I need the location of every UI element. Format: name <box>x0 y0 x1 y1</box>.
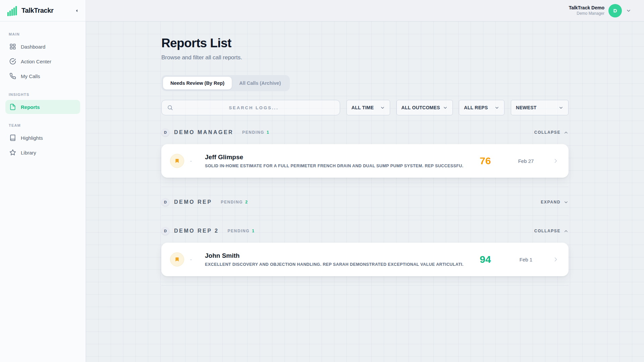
user-name: TalkTrack Demo <box>569 5 604 11</box>
call-date: Feb 1 <box>501 257 551 262</box>
nav-section-main: MAIN Dashboard Action Center My Calls <box>5 32 80 83</box>
phone-icon <box>9 73 16 79</box>
pending-label: PENDING <box>221 200 243 204</box>
chevron-right-icon <box>552 256 559 263</box>
call-info: Jeff Glimpse SOLID IN-HOME ESTIMATE FOR … <box>205 154 470 168</box>
pending-count-badge: 2 <box>245 200 248 204</box>
rep-group-demo-rep-2: D DEMO REP 2 PENDING 1 COLLAPSE - John S… <box>161 227 569 286</box>
call-score: 94 <box>470 254 501 265</box>
pending-count-badge: 1 <box>252 229 254 233</box>
chevron-up-icon <box>564 130 569 135</box>
sidebar-item-label: Action Center <box>21 59 51 64</box>
dropdown-label: ALL REPS <box>464 105 488 110</box>
sidebar-item-label: Library <box>21 150 36 156</box>
rep-avatar: D <box>161 227 169 235</box>
tab-needs-review-by-rep[interactable]: Needs Review (By Rep) <box>163 77 232 89</box>
bookmark-icon <box>170 252 184 266</box>
pending-count-badge: 1 <box>267 130 269 135</box>
sidebar-item-highlights[interactable]: Highlights <box>5 131 80 145</box>
call-dash: - <box>190 158 205 164</box>
sidebar-item-label: My Calls <box>21 73 40 79</box>
nav-section-label: MAIN <box>9 32 77 36</box>
call-score: 76 <box>470 155 501 167</box>
bookmark-icon <box>170 154 184 168</box>
sidebar-item-label: Dashboard <box>21 44 45 50</box>
dropdown-label: ALL OUTCOMES <box>401 105 440 110</box>
sidebar-item-dashboard[interactable]: Dashboard <box>5 40 80 54</box>
sidebar-item-label: Reports <box>21 104 40 110</box>
chevron-down-icon <box>443 105 448 110</box>
sidebar-item-label: Highlights <box>21 135 43 141</box>
sidebar-header: TalkTrackr <box>0 0 86 21</box>
chevron-down-icon <box>558 105 564 110</box>
book-icon <box>9 134 16 141</box>
group-toggle-button[interactable]: COLLAPSE <box>534 229 569 234</box>
sidebar-item-library[interactable]: Library <box>5 145 80 160</box>
sidebar-item-reports[interactable]: Reports <box>5 100 80 114</box>
group-toggle-label: COLLAPSE <box>534 130 560 135</box>
sidebar-nav: MAIN Dashboard Action Center My Calls IN… <box>0 21 86 362</box>
dashboard-grid-icon <box>9 43 16 50</box>
rep-avatar: D <box>161 128 169 136</box>
rep-group-header: D DEMO REP 2 PENDING 1 COLLAPSE <box>161 227 569 235</box>
tab-all-calls-archive[interactable]: All Calls (Archive) <box>232 77 288 89</box>
call-report-card[interactable]: - John Smith EXCELLENT DISCOVERY AND OBJ… <box>161 243 569 276</box>
group-toggle-button[interactable]: COLLAPSE <box>534 130 569 135</box>
sidebar-item-action-center[interactable]: Action Center <box>5 54 80 68</box>
page-subtitle: Browse and filter all call reports. <box>161 54 569 61</box>
filter-dropdown-newest[interactable]: NEWEST <box>511 100 569 115</box>
tab-bar: Needs Review (By Rep) All Calls (Archive… <box>161 75 290 91</box>
rep-name: DEMO REP 2 <box>174 228 219 234</box>
group-toggle-label: COLLAPSE <box>534 229 560 233</box>
rep-group-header: D DEMO MANAGER PENDING 1 COLLAPSE <box>161 128 569 137</box>
rep-name: DEMO MANAGER <box>174 129 233 135</box>
call-summary: EXCELLENT DISCOVERY AND OBJECTION HANDLI… <box>205 262 463 267</box>
filter-dropdown-all-reps[interactable]: ALL REPS <box>459 100 504 115</box>
check-circle-icon <box>9 58 16 65</box>
search-input[interactable] <box>173 100 334 115</box>
chevron-down-icon <box>380 105 385 110</box>
call-summary: SOLID IN-HOME ESTIMATE FOR A FULL PERIME… <box>205 164 463 168</box>
rep-avatar: D <box>161 198 169 206</box>
chevron-up-icon <box>564 229 569 234</box>
nav-section-team: TEAM Highlights Library <box>5 123 80 160</box>
call-date: Feb 27 <box>501 158 551 164</box>
nav-section-label: TEAM <box>9 123 77 127</box>
search-icon <box>167 105 173 111</box>
filter-row: ALL TIMEALL OUTCOMESALL REPSNEWEST <box>161 100 569 115</box>
page-title: Reports List <box>161 36 569 50</box>
group-toggle-button[interactable]: EXPAND <box>541 200 569 205</box>
file-icon <box>9 104 16 110</box>
app-title: TalkTrackr <box>21 7 54 14</box>
call-customer-name: John Smith <box>205 252 463 259</box>
chevron-down-icon <box>564 200 569 205</box>
app-logo-icon <box>7 5 18 16</box>
chevron-right-icon <box>552 158 559 164</box>
pending-label: PENDING <box>242 130 264 135</box>
search-box <box>161 100 340 115</box>
group-toggle-label: EXPAND <box>541 200 560 204</box>
call-report-card[interactable]: - Jeff Glimpse SOLID IN-HOME ESTIMATE FO… <box>161 144 569 178</box>
filter-dropdown-all-time[interactable]: ALL TIME <box>346 100 390 115</box>
rep-group-header: D DEMO REP PENDING 2 EXPAND <box>161 198 569 206</box>
app-root: TalkTrackr TalkTrack Demo Demo Manager D… <box>0 0 644 362</box>
user-avatar[interactable]: D <box>608 4 622 17</box>
rep-group-demo-manager: D DEMO MANAGER PENDING 1 COLLAPSE - Jeff… <box>161 128 569 187</box>
user-info: TalkTrack Demo Demo Manager <box>569 5 604 16</box>
topbar: TalkTrack Demo Demo Manager D <box>86 0 644 21</box>
chevron-down-icon <box>494 105 499 110</box>
nav-section-insights: INSIGHTS Reports <box>5 93 80 114</box>
nav-section-label: INSIGHTS <box>9 93 77 97</box>
rep-name: DEMO REP <box>174 199 212 205</box>
star-icon <box>9 149 16 156</box>
rep-groups: D DEMO MANAGER PENDING 1 COLLAPSE - Jeff… <box>161 128 569 286</box>
pending-label: PENDING <box>227 229 250 233</box>
sidebar-collapse-button[interactable] <box>73 7 81 15</box>
sidebar-item-my-calls[interactable]: My Calls <box>5 69 80 83</box>
main-content: Reports List Browse and filter all call … <box>86 21 644 362</box>
dropdown-label: NEWEST <box>516 105 537 110</box>
rep-group-demo-rep: D DEMO REP PENDING 2 EXPAND <box>161 198 569 216</box>
chevron-down-icon[interactable] <box>626 8 631 13</box>
filter-dropdown-all-outcomes[interactable]: ALL OUTCOMES <box>396 100 453 115</box>
call-dash: - <box>190 257 205 262</box>
